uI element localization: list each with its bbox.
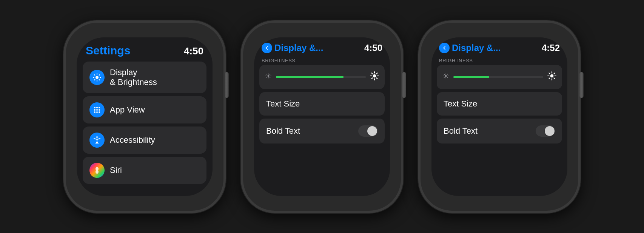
header-1: Settings 4:50 xyxy=(77,37,213,60)
nav-title-3: Display &... xyxy=(452,43,501,53)
watch-crown-3 xyxy=(579,72,584,98)
back-nav-2[interactable]: Display &... xyxy=(262,43,323,53)
svg-point-11 xyxy=(268,75,270,77)
bold-text-row-2[interactable]: Bold Text xyxy=(259,119,385,144)
appview-label: App View xyxy=(110,105,145,115)
header-3: Display &... 4:52 xyxy=(431,37,567,56)
menu-item-display[interactable]: Display& Brightness xyxy=(83,62,206,94)
toggle-thumb-3 xyxy=(545,126,555,136)
watch2-time: 4:50 xyxy=(364,43,382,53)
svg-point-13 xyxy=(445,75,447,77)
toggle-thumb-2 xyxy=(367,126,377,136)
svg-point-0 xyxy=(96,76,99,79)
settings-menu: Display& Brightness App View Accessibili… xyxy=(77,60,213,196)
bold-text-label-2: Bold Text xyxy=(266,126,300,136)
display-label: Display& Brightness xyxy=(110,68,157,88)
svg-point-4 xyxy=(94,109,96,111)
text-size-row-3[interactable]: Text Size xyxy=(437,92,562,116)
svg-point-1 xyxy=(94,107,96,108)
siri-label: Siri xyxy=(110,165,122,175)
watch-crown-2 xyxy=(402,72,406,98)
back-chevron-2 xyxy=(262,43,272,53)
menu-item-accessibility[interactable]: Accessibility xyxy=(83,127,206,154)
bold-text-label-3: Bold Text xyxy=(444,126,478,136)
brightness-fill-2 xyxy=(276,76,344,78)
brightness-track-2 xyxy=(276,76,366,78)
brightness-fill-3 xyxy=(453,76,489,78)
accessibility-icon xyxy=(89,133,105,148)
text-size-label-3: Text Size xyxy=(444,99,477,109)
brightness-max-icon-3 xyxy=(547,71,557,83)
svg-point-2 xyxy=(96,107,98,108)
siri-icon xyxy=(89,163,105,178)
svg-point-3 xyxy=(99,107,100,108)
watch3-time: 4:52 xyxy=(542,43,560,53)
watch-2: Display &... 4:50 BRIGHTNESS Text Size B… xyxy=(241,20,403,213)
brightness-min-icon-2 xyxy=(265,72,272,82)
appview-icon xyxy=(89,102,105,117)
svg-point-12 xyxy=(373,74,376,77)
text-size-label-2: Text Size xyxy=(266,99,300,109)
display-icon xyxy=(89,70,105,85)
back-nav-3[interactable]: Display &... xyxy=(439,43,501,53)
watch-screen-2: Display &... 4:50 BRIGHTNESS Text Size B… xyxy=(254,37,390,196)
svg-point-8 xyxy=(96,111,98,113)
watch-crown-1 xyxy=(224,72,229,98)
brightness-track-3 xyxy=(453,76,543,78)
brightness-section-label-2: BRIGHTNESS xyxy=(254,56,390,65)
svg-point-6 xyxy=(99,109,100,111)
brightness-max-icon-2 xyxy=(370,71,379,83)
nav-title-2: Display &... xyxy=(274,43,323,53)
accessibility-label: Accessibility xyxy=(110,135,155,145)
watch-3: Display &... 4:52 BRIGHTNESS Text Size B… xyxy=(418,20,581,213)
watch-1: Settings 4:50 Display& Brightness App Vi… xyxy=(63,20,226,213)
svg-point-7 xyxy=(94,111,96,113)
watch-screen-1: Settings 4:50 Display& Brightness App Vi… xyxy=(77,37,213,196)
svg-point-5 xyxy=(96,109,98,111)
brightness-section-label-3: BRIGHTNESS xyxy=(431,56,567,65)
bold-text-toggle-3[interactable] xyxy=(536,125,555,137)
bold-text-row-3[interactable]: Bold Text xyxy=(437,119,562,144)
svg-point-14 xyxy=(550,74,554,77)
settings-title: Settings xyxy=(86,44,130,57)
svg-point-9 xyxy=(99,111,100,113)
brightness-min-icon-3 xyxy=(442,72,450,82)
bold-text-toggle-2[interactable] xyxy=(358,125,378,137)
brightness-slider-2[interactable] xyxy=(259,65,385,89)
back-chevron-3 xyxy=(439,43,450,53)
brightness-slider-3[interactable] xyxy=(437,65,562,89)
watch1-time: 4:50 xyxy=(184,45,203,57)
header-2: Display &... 4:50 xyxy=(254,37,390,56)
menu-item-siri[interactable]: Siri xyxy=(83,157,206,184)
watch-screen-3: Display &... 4:52 BRIGHTNESS Text Size B… xyxy=(431,37,567,196)
text-size-row-2[interactable]: Text Size xyxy=(259,92,385,116)
menu-item-appview[interactable]: App View xyxy=(83,96,206,123)
svg-point-10 xyxy=(96,136,98,138)
